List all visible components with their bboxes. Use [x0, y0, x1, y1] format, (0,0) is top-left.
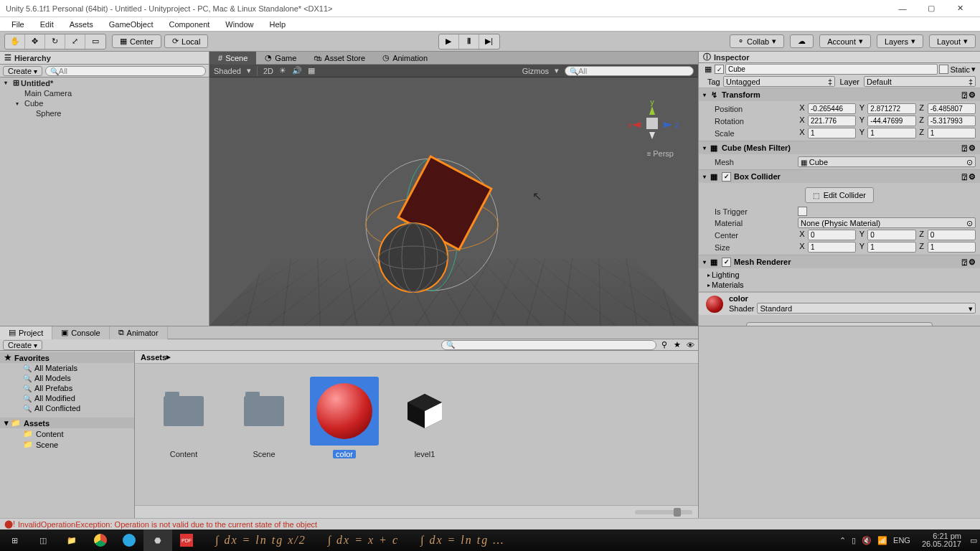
audio-icon[interactable]: 🔊	[292, 66, 302, 75]
fav-models[interactable]: 🔍All Models	[0, 373, 134, 383]
gear-icon[interactable]: ⚙	[969, 258, 976, 267]
cloud-button[interactable]: ☁	[790, 34, 814, 48]
window-close[interactable]: ✕	[946, 0, 974, 17]
rot-z-field[interactable]: -5.317993	[928, 116, 976, 126]
mode-2d-toggle[interactable]: 2D	[263, 67, 273, 75]
center-y[interactable]: 0	[867, 230, 915, 240]
meshrenderer-enabled[interactable]: ✓	[722, 258, 731, 267]
effects-icon[interactable]: ▦	[308, 66, 315, 75]
tab-animator[interactable]: ⧉Animator	[110, 326, 168, 339]
favorites-header[interactable]: ★ Favorites	[0, 352, 134, 363]
fav-conflicted[interactable]: 🔍All Conflicted	[0, 403, 134, 413]
folder-scene[interactable]: 📁 Scene	[0, 439, 134, 450]
static-checkbox[interactable]	[939, 65, 948, 74]
project-search[interactable]: 🔍	[441, 340, 656, 350]
boxcollider-header[interactable]: ▾▦✓Box Collider⍰⚙	[699, 170, 980, 183]
light-icon[interactable]: ☀	[279, 66, 286, 75]
size-y[interactable]: 1	[867, 242, 915, 253]
fav-materials[interactable]: 🔍All Materials	[0, 363, 134, 373]
project-breadcrumb[interactable]: Assets ▸	[135, 351, 698, 364]
mesh-field[interactable]: ▦ Cube⊙	[798, 156, 976, 167]
hierarchy-item-camera[interactable]: Main Camera	[0, 88, 209, 98]
shading-mode[interactable]: Shaded	[214, 67, 241, 75]
tab-game[interactable]: ◔Game	[256, 52, 305, 65]
save-filter-icon[interactable]: ★	[672, 340, 682, 350]
asset-color[interactable]: color	[310, 377, 379, 492]
physmat-field[interactable]: None (Physic Material)⊙	[798, 217, 976, 228]
unity-icon[interactable]: ⬣	[143, 529, 172, 551]
tab-asset-store[interactable]: 🛍Asset Store	[305, 52, 374, 65]
collab-button[interactable]: ⚬Collab▾	[730, 34, 784, 48]
lang-indicator[interactable]: ENG	[893, 536, 910, 545]
wifi-icon[interactable]: 📶	[877, 536, 887, 545]
layer-dropdown[interactable]: Default ‡	[864, 76, 976, 87]
taskbar-clock[interactable]: 6:21 pm 26.05.2017	[916, 532, 967, 548]
scene-search[interactable]: 🔍All	[565, 66, 694, 76]
hierarchy-tab[interactable]: ☰Hierarchy	[0, 52, 209, 65]
fav-modified[interactable]: 🔍All Modified	[0, 393, 134, 403]
rot-x-field[interactable]: 221.776	[808, 116, 856, 126]
size-x[interactable]: 1	[808, 242, 856, 253]
rect-tool-icon[interactable]: ▭	[85, 34, 105, 49]
rotate-tool-icon[interactable]: ↻	[45, 34, 65, 49]
boxcollider-enabled[interactable]: ✓	[722, 172, 731, 182]
menu-component[interactable]: Component	[161, 19, 217, 30]
hierarchy-item-cube[interactable]: ▾Cube	[0, 98, 209, 108]
menu-help[interactable]: Help	[262, 19, 293, 30]
filter-icon[interactable]: ⚲	[659, 340, 669, 350]
scene-viewport[interactable]: y x z ≡ Persp ↖	[209, 77, 698, 326]
visibility-icon[interactable]: 👁	[685, 340, 695, 350]
asset-content[interactable]: Content	[149, 377, 218, 492]
tab-animation[interactable]: ◷Animation	[374, 52, 436, 65]
menu-assets[interactable]: Assets	[62, 19, 100, 30]
system-tray[interactable]: ⌃ ▯ 🔇 📶 ENG	[834, 536, 916, 545]
gear-icon[interactable]: ⚙	[969, 90, 976, 100]
asset-level1[interactable]: level1	[390, 377, 459, 492]
transform-header[interactable]: ▾↯Transform⍰⚙	[699, 88, 980, 101]
hand-tool-icon[interactable]: ✋	[5, 34, 25, 49]
hierarchy-search[interactable]: 🔍All	[45, 66, 206, 76]
help-icon[interactable]: ⍰	[962, 143, 967, 153]
tray-up-icon[interactable]: ⌃	[839, 536, 846, 545]
istrigger-checkbox[interactable]	[798, 207, 807, 216]
play-button[interactable]: ▶	[439, 34, 459, 49]
assets-root[interactable]: ▾ 📁 Assets	[0, 418, 134, 428]
layout-button[interactable]: Layout▾	[929, 34, 976, 48]
gizmos-toggle[interactable]: Gizmos	[522, 67, 549, 75]
gear-icon[interactable]: ⚙	[969, 143, 976, 153]
center-z[interactable]: 0	[928, 230, 976, 240]
move-tool-icon[interactable]: ✥	[25, 34, 45, 49]
help-icon[interactable]: ⍰	[962, 258, 967, 267]
obj-name-field[interactable]	[725, 64, 938, 75]
pdf-icon[interactable]: PDF	[172, 529, 201, 551]
network-icon[interactable]: ▯	[852, 536, 856, 545]
window-maximize[interactable]: ▢	[917, 0, 946, 17]
telegram-icon[interactable]	[115, 529, 143, 551]
pos-x-field[interactable]: -0.265446	[808, 103, 856, 114]
scale-z-field[interactable]: 1	[928, 128, 976, 138]
chrome-icon[interactable]	[86, 529, 115, 551]
help-icon[interactable]: ⍰	[962, 90, 967, 100]
step-button[interactable]: ▶|	[479, 34, 499, 49]
rot-y-field[interactable]: -44.47699	[867, 116, 915, 126]
tag-dropdown[interactable]: Untagged ‡	[723, 76, 835, 87]
pivot-mode-button[interactable]: ▦Center	[112, 34, 161, 48]
fav-prefabs[interactable]: 🔍All Prefabs	[0, 383, 134, 393]
edit-collider-button[interactable]: ⬚ Edit Collider	[805, 187, 874, 203]
pause-button[interactable]: Ⅱ	[459, 34, 479, 49]
gear-icon[interactable]: ⚙	[969, 172, 976, 182]
asset-scene[interactable]: Scene	[230, 377, 298, 492]
help-icon[interactable]: ⍰	[962, 172, 967, 182]
volume-icon[interactable]: 🔇	[862, 536, 872, 545]
inspector-tab[interactable]: ⓘInspector	[699, 52, 980, 63]
folder-content[interactable]: 📁 Content	[0, 428, 134, 439]
notifications-icon[interactable]: ▭	[967, 529, 980, 551]
tab-scene[interactable]: #Scene	[209, 52, 256, 65]
start-button[interactable]: ⊞	[0, 529, 29, 551]
scale-x-field[interactable]: 1	[808, 128, 856, 138]
orientation-gizmo[interactable]: y x z	[623, 99, 681, 148]
thumbnail-size-slider[interactable]	[635, 510, 692, 514]
menu-file[interactable]: File	[4, 19, 32, 30]
menu-edit[interactable]: Edit	[33, 19, 61, 30]
tab-project[interactable]: ▤Project	[0, 326, 52, 339]
